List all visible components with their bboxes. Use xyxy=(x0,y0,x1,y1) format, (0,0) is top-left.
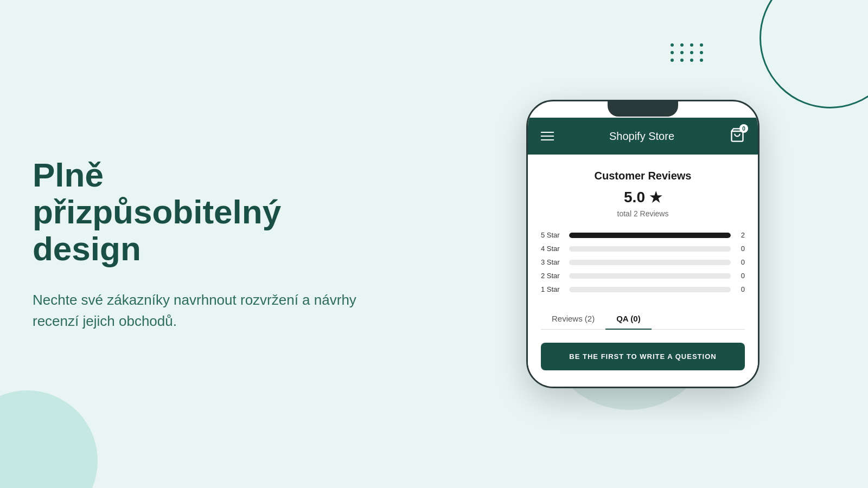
star-bar-row-3: 3 Star 0 xyxy=(541,258,745,266)
star-label-5: 5 Star xyxy=(541,231,564,239)
bar-count-3: 0 xyxy=(736,258,745,266)
main-heading: Plně přizpůsobitelný design xyxy=(33,157,358,268)
star-label-1: 1 Star xyxy=(541,285,564,293)
bar-track-3 xyxy=(569,260,731,265)
write-question-button[interactable]: BE THE FIRST TO WRITE A QUESTION xyxy=(541,343,745,370)
phone-content: Customer Reviews 5.0 ★ total 2 Reviews 5… xyxy=(528,155,758,387)
reviews-section-title: Customer Reviews xyxy=(541,170,745,182)
star-bars: 5 Star 2 4 Star 0 3 Star xyxy=(541,231,745,293)
tab-reviews[interactable]: Reviews (2) xyxy=(541,309,605,330)
phone-header: Shopify Store 0 xyxy=(528,118,758,155)
decorative-circle-bottom-left xyxy=(0,390,98,488)
cart-icon-wrapper[interactable]: 0 xyxy=(730,127,745,145)
hamburger-icon[interactable] xyxy=(541,132,554,140)
star-bar-row-5: 5 Star 2 xyxy=(541,231,745,239)
decorative-circle-top-right xyxy=(760,0,868,108)
star-label-2: 2 Star xyxy=(541,272,564,280)
bar-track-2 xyxy=(569,273,731,279)
star-icon: ★ xyxy=(649,189,662,206)
bar-fill-5 xyxy=(569,233,731,238)
star-label-3: 3 Star xyxy=(541,258,564,266)
star-bar-row-4: 4 Star 0 xyxy=(541,245,745,253)
bar-count-4: 0 xyxy=(736,245,745,253)
cart-badge: 0 xyxy=(739,124,748,133)
tabs-row: Reviews (2) QA (0) xyxy=(541,309,745,330)
phone-frame: Shopify Store 0 Customer Reviews 5.0 ★ t… xyxy=(526,100,760,388)
bar-count-2: 0 xyxy=(736,272,745,280)
bar-count-1: 0 xyxy=(736,285,745,293)
bar-track-5 xyxy=(569,233,731,238)
bar-track-1 xyxy=(569,287,731,292)
star-bar-row-2: 2 Star 0 xyxy=(541,272,745,280)
star-label-4: 4 Star xyxy=(541,245,564,253)
store-title: Shopify Store xyxy=(609,130,674,143)
subtitle: Nechte své zákazníky navrhnout rozvržení… xyxy=(33,289,358,331)
total-reviews: total 2 Reviews xyxy=(541,209,745,218)
phone-mockup: Shopify Store 0 Customer Reviews 5.0 ★ t… xyxy=(526,100,760,388)
tab-qa[interactable]: QA (0) xyxy=(605,309,651,330)
phone-notch xyxy=(608,101,678,117)
bar-count-5: 2 xyxy=(736,231,745,239)
dots-pattern xyxy=(671,43,705,62)
left-content: Plně přizpůsobitelný design Nechte své z… xyxy=(33,157,358,332)
star-bar-row-1: 1 Star 0 xyxy=(541,285,745,293)
bar-track-4 xyxy=(569,246,731,252)
rating-value: 5.0 xyxy=(624,189,645,206)
rating-row: 5.0 ★ xyxy=(541,189,745,206)
